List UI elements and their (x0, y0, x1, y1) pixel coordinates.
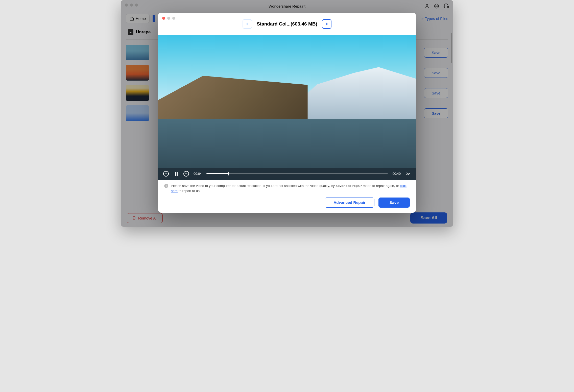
advanced-repair-button[interactable]: Advanced Repair (325, 198, 374, 208)
modal-title: Standard Col...(603.46 MB) (257, 21, 317, 27)
rewind-15-icon[interactable]: 15 (163, 171, 169, 177)
progress-fill (206, 173, 228, 174)
modal-save-button[interactable]: Save (378, 198, 410, 208)
next-button[interactable] (322, 19, 331, 29)
pause-button[interactable] (173, 171, 179, 177)
video-preview[interactable] (158, 35, 416, 180)
info-message: i Please save the video to your computer… (164, 183, 410, 194)
preview-modal: Standard Col...(603.46 MB) 15 15 0 (158, 13, 416, 213)
current-time: 00:04 (194, 172, 202, 176)
modal-traffic-lights (162, 17, 175, 20)
chevron-left-icon (246, 22, 249, 26)
skip-next-icon[interactable]: ≫ (405, 171, 411, 177)
info-text: Please save the video to your computer f… (171, 183, 410, 194)
modal-maximize[interactable] (172, 17, 175, 20)
info-icon: i (164, 184, 168, 188)
video-container: 15 15 00:04 00:40 ≫ (158, 35, 416, 180)
prev-button[interactable] (243, 19, 252, 29)
modal-close[interactable] (162, 17, 165, 20)
total-time: 00:40 (392, 172, 401, 176)
modal-minimize[interactable] (167, 17, 170, 20)
modal-header: Standard Col...(603.46 MB) (158, 13, 416, 35)
app-window: Wondershare Repairit Home er Types of Fi… (121, 0, 453, 227)
forward-15-icon[interactable]: 15 (183, 171, 189, 177)
video-controls: 15 15 00:04 00:40 ≫ (158, 168, 416, 180)
chevron-right-icon (325, 22, 328, 26)
progress-bar[interactable] (206, 173, 388, 174)
progress-thumb[interactable] (228, 172, 229, 176)
footer-actions: Advanced Repair Save (164, 198, 410, 208)
modal-footer: i Please save the video to your computer… (158, 180, 416, 213)
